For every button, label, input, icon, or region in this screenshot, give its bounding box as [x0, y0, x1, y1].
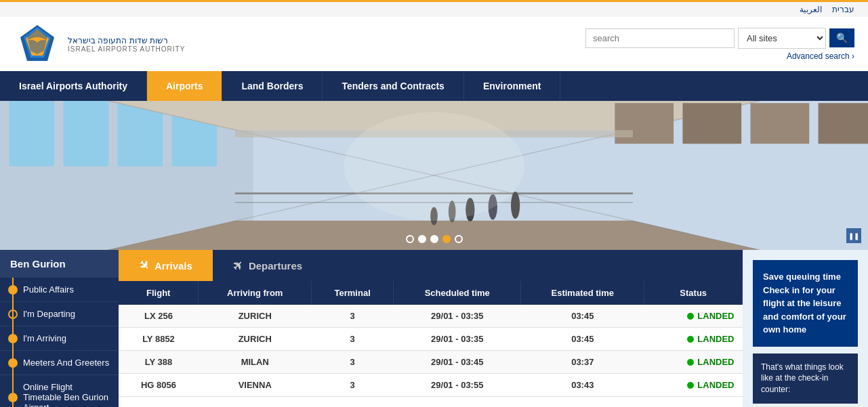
- svg-rect-17: [751, 103, 810, 144]
- sidebar-item-meeters[interactable]: Meeters And Greeters: [0, 351, 119, 375]
- sidebar-items-wrapper: Public Affairs I'm Departing I'm Arrivin…: [0, 278, 119, 407]
- sidebar-label-arriving: I'm Arriving: [23, 333, 66, 343]
- nav-item-tenders[interactable]: Tenders and Contracts: [323, 71, 463, 101]
- search-icon: 🔍: [836, 33, 848, 43]
- logo-icon: [14, 24, 61, 64]
- search-row: All sitesBen GurionEilatHaifa 🔍: [585, 28, 854, 49]
- cell-flight: LX 256: [119, 305, 199, 328]
- cell-terminal: 3: [311, 328, 393, 351]
- cell-from: MILAN: [199, 351, 312, 374]
- hero-dots: [406, 235, 463, 243]
- table-header-row: Flight Arriving from Terminal Scheduled …: [119, 281, 743, 305]
- cell-status: LANDED: [644, 305, 743, 328]
- hero-dot-4[interactable]: [442, 235, 451, 243]
- status-indicator: [687, 336, 694, 343]
- promo-checkin-text: Save queuing time Check in for your flig…: [763, 272, 846, 335]
- flights-tbody: LX 256 ZURICH 3 29/01 - 03:35 03:45 LAND…: [119, 305, 743, 397]
- tab-arrivals[interactable]: ✈ Arrivals: [119, 250, 213, 281]
- cell-estimated: 03:37: [521, 351, 644, 374]
- promo-area: Save queuing time Check in for your flig…: [743, 250, 868, 407]
- departures-icon: ✈: [229, 257, 247, 274]
- sidebar-title: Ben Gurion: [0, 250, 119, 278]
- sidebar-item-departing[interactable]: I'm Departing: [0, 302, 119, 326]
- site-select[interactable]: All sitesBen GurionEilatHaifa: [738, 28, 826, 49]
- status-text: LANDED: [697, 357, 734, 367]
- cell-status: LANDED: [644, 351, 743, 374]
- sidebar-item-arriving[interactable]: I'm Arriving: [0, 326, 119, 351]
- logo-hebrew: רשות שדות התעופה בישראל: [68, 36, 185, 45]
- sidebar-label-departing: I'm Departing: [23, 309, 75, 319]
- flight-board: ✈ Arrivals ✈ Departures Flight Arriving …: [119, 250, 743, 407]
- cell-scheduled: 29/01 - 03:35: [394, 305, 521, 328]
- status-indicator: [687, 382, 694, 389]
- logo-text: רשות שדות התעופה בישראל ISRAEL AIRPORTS …: [68, 36, 185, 53]
- tab-departures[interactable]: ✈ Departures: [213, 250, 323, 281]
- arrivals-icon: ✈: [135, 257, 152, 274]
- status-indicator: [687, 359, 694, 366]
- svg-point-26: [511, 192, 520, 219]
- cell-estimated: 03:45: [521, 305, 644, 328]
- sidebar-label-meeters: Meeters And Greeters: [23, 358, 109, 368]
- svg-rect-6: [63, 101, 108, 167]
- sidebar-label-public-affairs: Public Affairs: [23, 284, 74, 295]
- hero-dot-3[interactable]: [430, 235, 438, 243]
- hero-dot-5[interactable]: [455, 235, 463, 243]
- sidebar-item-public-affairs[interactable]: Public Affairs: [0, 278, 119, 302]
- cell-flight: HG 8056: [119, 374, 199, 397]
- cell-scheduled: 29/01 - 03:35: [394, 328, 521, 351]
- promo-counter-text: That's what things look like at the chec…: [761, 362, 844, 395]
- nav-item-environment[interactable]: Environment: [464, 71, 561, 101]
- status-text: LANDED: [697, 380, 734, 390]
- status-indicator: [687, 313, 694, 320]
- status-text: LANDED: [697, 311, 734, 321]
- col-flight: Flight: [119, 281, 199, 305]
- top-bar: العربية עברית: [0, 0, 868, 17]
- cell-from: VIENNA: [199, 374, 312, 397]
- sidebar-item-timetable[interactable]: Online Flight Timetable Ben Gurion Airpo…: [0, 375, 119, 407]
- lang-arabic[interactable]: العربية: [800, 5, 822, 14]
- svg-point-27: [344, 112, 524, 221]
- main-content: Ben Gurion Public Affairs I'm Departing …: [0, 250, 868, 407]
- col-terminal: Terminal: [311, 281, 393, 305]
- svg-rect-16: [682, 103, 741, 144]
- tab-departures-label: Departures: [249, 260, 302, 272]
- cell-from: ZURICH: [199, 328, 312, 351]
- table-row: HG 8056 VIENNA 3 29/01 - 03:55 03:43 LAN…: [119, 374, 743, 397]
- cell-scheduled: 29/01 - 03:45: [394, 351, 521, 374]
- sidebar-line: [12, 278, 14, 407]
- main-nav: Israel Airports Authority Airports Land …: [0, 71, 868, 101]
- search-input[interactable]: [585, 28, 735, 48]
- col-estimated: Estimated time: [521, 281, 644, 305]
- svg-rect-5: [9, 101, 54, 167]
- hero-dot-2[interactable]: [418, 235, 426, 243]
- cell-terminal: 3: [311, 351, 393, 374]
- promo-checkin-box: Save queuing time Check in for your flig…: [753, 260, 858, 347]
- promo-counter-box: That's what things look like at the chec…: [753, 354, 858, 404]
- hero-banner: ❚❚: [0, 101, 868, 250]
- cell-status: LANDED: [644, 374, 743, 397]
- search-button[interactable]: 🔍: [829, 28, 854, 47]
- sidebar-label-timetable: Online Flight Timetable Ben Gurion Airpo…: [23, 382, 110, 407]
- lang-hebrew[interactable]: עברית: [832, 5, 854, 14]
- sidebar: Ben Gurion Public Affairs I'm Departing …: [0, 250, 119, 407]
- status-text: LANDED: [697, 334, 734, 344]
- board-tabs: ✈ Arrivals ✈ Departures: [119, 250, 743, 281]
- hero-image: [0, 101, 868, 250]
- hero-dot-1[interactable]: [406, 235, 414, 243]
- svg-rect-15: [615, 103, 674, 144]
- table-row: LX 256 ZURICH 3 29/01 - 03:35 03:45 LAND…: [119, 305, 743, 328]
- cell-terminal: 3: [311, 374, 393, 397]
- nav-item-land-borders[interactable]: Land Borders: [222, 71, 323, 101]
- pause-button[interactable]: ❚❚: [846, 228, 861, 243]
- nav-item-airports[interactable]: Airports: [147, 71, 222, 101]
- table-row: LY 8852 ZURICH 3 29/01 - 03:35 03:45 LAN…: [119, 328, 743, 351]
- cell-scheduled: 29/01 - 03:55: [394, 374, 521, 397]
- advanced-search-link[interactable]: Advanced search: [787, 51, 854, 61]
- nav-item-iaa[interactable]: Israel Airports Authority: [0, 71, 147, 101]
- cell-from: ZURICH: [199, 305, 312, 328]
- cell-terminal: 3: [311, 305, 393, 328]
- logo-english: ISRAEL AIRPORTS AUTHORITY: [68, 45, 185, 53]
- cell-estimated: 03:43: [521, 374, 644, 397]
- col-from: Arriving from: [199, 281, 312, 305]
- tab-arrivals-label: Arrivals: [154, 260, 192, 272]
